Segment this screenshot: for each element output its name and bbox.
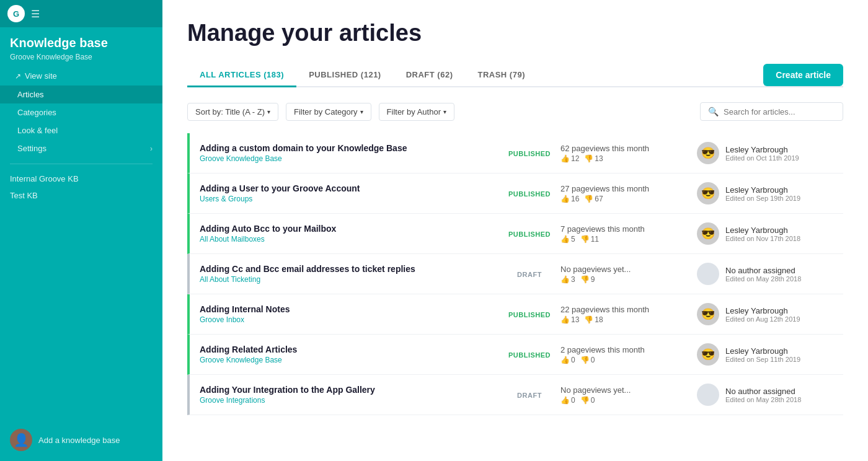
pageviews-text: No pageviews yet... (560, 385, 697, 395)
author-avatar: 😎 (697, 303, 719, 325)
author-edit-date: Edited on Oct 11th 2019 (725, 154, 799, 162)
create-article-button[interactable]: Create article (763, 64, 843, 86)
thumbs-down-icon: 👎 (580, 356, 590, 364)
table-row[interactable]: Adding Related Articles Groove Knowledge… (187, 335, 843, 375)
filter-category-dropdown[interactable]: Filter by Category ▾ (286, 103, 371, 121)
article-status: DRAFT (498, 268, 560, 280)
table-row[interactable]: Adding a custom domain to your Knowledge… (187, 133, 843, 173)
hamburger-icon[interactable]: ☰ (31, 8, 40, 20)
pageviews-text: 2 pageviews this month (560, 345, 697, 354)
thumbs-up-icon: 👍 (560, 396, 570, 405)
thumbs-down-item: 👎 18 (584, 315, 603, 324)
votes: 👍 13 👎 18 (560, 315, 697, 324)
search-input[interactable] (724, 107, 835, 116)
author-info: No author assigned Edited on May 28th 20… (725, 387, 801, 403)
sort-label: Sort by: Title (A - Z) (195, 107, 265, 116)
sidebar-nav-item-look-feel[interactable]: Look & feel (0, 121, 162, 139)
tab-published[interactable]: PUBLISHED (121) (296, 64, 394, 87)
thumbs-up-icon: 👍 (560, 195, 570, 203)
sidebar-nav-item-settings[interactable]: Settings › (0, 139, 162, 157)
thumbs-down-count: 9 (591, 275, 595, 284)
thumbs-up-item: 👍 0 (560, 396, 575, 405)
table-row[interactable]: Adding a User to your Groove Account Use… (187, 173, 843, 214)
table-row[interactable]: Adding Cc and Bcc email addresses to tic… (187, 254, 843, 294)
author-edit-date: Edited on Sep 11th 2019 (725, 356, 800, 363)
article-title: Adding Auto Bcc to your Mailbox (200, 224, 498, 234)
author-info: No author assigned Edited on May 28th 20… (725, 266, 801, 283)
sidebar-nav-item-articles[interactable]: Articles (0, 86, 162, 103)
filter-author-dropdown[interactable]: Filter by Author ▾ (379, 103, 454, 121)
thumbs-up-count: 0 (571, 396, 575, 405)
article-status: PUBLISHED (498, 309, 560, 320)
votes: 👍 5 👎 11 (560, 235, 697, 244)
article-stats: 62 pageviews this month 👍 12 👎 13 (560, 144, 697, 163)
external-link-icon: ↗ (15, 72, 21, 81)
tab-trash[interactable]: TRASH (79) (465, 64, 538, 87)
article-category: Users & Groups (200, 195, 498, 203)
article-info: Adding Auto Bcc to your Mailbox All Abou… (200, 224, 498, 244)
look-feel-label: Look & feel (17, 126, 58, 135)
pageviews-text: 7 pageviews this month (560, 224, 697, 234)
sidebar-divider (10, 164, 153, 164)
article-info: Adding a custom domain to your Knowledge… (200, 143, 498, 163)
sort-dropdown[interactable]: Sort by: Title (A - Z) ▾ (187, 103, 278, 121)
thumbs-up-count: 13 (571, 315, 579, 324)
user-avatar[interactable]: 👤 (10, 429, 32, 451)
status-badge: PUBLISHED (503, 188, 556, 200)
author-name: Lesley Yarbrough (725, 346, 800, 356)
article-info: Adding Cc and Bcc email addresses to tic… (200, 264, 498, 284)
article-title: Adding a User to your Groove Account (200, 183, 498, 193)
tabs-bar: ALL ARTICLES (183) PUBLISHED (121) DRAFT… (187, 64, 843, 87)
chevron-down-icon-2: ▾ (360, 108, 363, 115)
kb-title: Knowledge base (0, 27, 162, 53)
thumbs-down-count: 67 (595, 195, 603, 203)
thumbs-up-item: 👍 3 (560, 275, 575, 284)
status-badge: DRAFT (512, 390, 547, 401)
chevron-down-icon: ▾ (267, 108, 270, 115)
author-name: Lesley Yarbrough (725, 145, 799, 154)
chevron-down-icon-3: ▾ (443, 108, 446, 115)
thumbs-up-icon: 👍 (560, 154, 570, 163)
author-info: Lesley Yarbrough Edited on Aug 12th 2019 (725, 306, 800, 323)
status-badge: PUBLISHED (503, 229, 556, 240)
tab-all-articles[interactable]: ALL ARTICLES (183) (187, 64, 296, 87)
thumbs-down-count: 13 (595, 154, 603, 163)
table-row[interactable]: Adding Auto Bcc to your Mailbox All Abou… (187, 214, 843, 254)
main-content-area: Manage your articles ALL ARTICLES (183) … (162, 0, 868, 461)
article-category: Groove Knowledge Base (200, 154, 498, 163)
sidebar-item-internal-kb[interactable]: Internal Groove KB (0, 170, 162, 187)
author-avatar: 😎 (697, 142, 719, 164)
article-status: PUBLISHED (498, 147, 560, 159)
filters-row: Sort by: Title (A - Z) ▾ Filter by Categ… (187, 102, 843, 121)
kb-subtitle: Groove Knowledge Base (0, 53, 162, 68)
sidebar-nav-item-categories[interactable]: Categories (0, 103, 162, 121)
sidebar-item-test-kb[interactable]: Test KB (0, 187, 162, 204)
tab-draft[interactable]: DRAFT (62) (394, 64, 466, 87)
article-author: 😎 Lesley Yarbrough Edited on Oct 11th 20… (697, 142, 833, 164)
article-author: 😎 Lesley Yarbrough Edited on Aug 12th 20… (697, 303, 833, 325)
article-info: Adding Internal Notes Groove Inbox (200, 304, 498, 324)
thumbs-up-icon: 👍 (560, 235, 570, 244)
thumbs-down-count: 18 (595, 315, 603, 324)
votes: 👍 3 👎 9 (560, 275, 697, 284)
article-category: Groove Knowledge Base (200, 356, 498, 364)
settings-label: Settings (17, 144, 46, 153)
filter-category-label: Filter by Category (294, 107, 358, 116)
article-title: Adding a custom domain to your Knowledge… (200, 143, 498, 153)
author-name: Lesley Yarbrough (725, 226, 800, 235)
table-row[interactable]: Adding Internal Notes Groove Inbox PUBLI… (187, 294, 843, 335)
view-site-link[interactable]: ↗ View site (0, 68, 162, 84)
status-badge: PUBLISHED (503, 349, 556, 361)
table-row[interactable]: Adding Your Integration to the App Galle… (187, 375, 843, 415)
article-status: DRAFT (498, 389, 560, 401)
search-box: 🔍 (700, 102, 843, 121)
thumbs-up-icon: 👍 (560, 275, 570, 284)
author-avatar: 😎 (697, 222, 719, 245)
sidebar: G ☰ Knowledge base Groove Knowledge Base… (0, 0, 162, 461)
pageviews-text: 62 pageviews this month (560, 144, 697, 153)
article-stats: No pageviews yet... 👍 3 👎 9 (560, 265, 697, 284)
thumbs-down-item: 👎 13 (584, 154, 603, 163)
add-knowledge-base-link[interactable]: Add a knowledge base (38, 436, 120, 445)
page-title: Manage your articles (187, 20, 843, 46)
thumbs-up-item: 👍 13 (560, 315, 579, 324)
